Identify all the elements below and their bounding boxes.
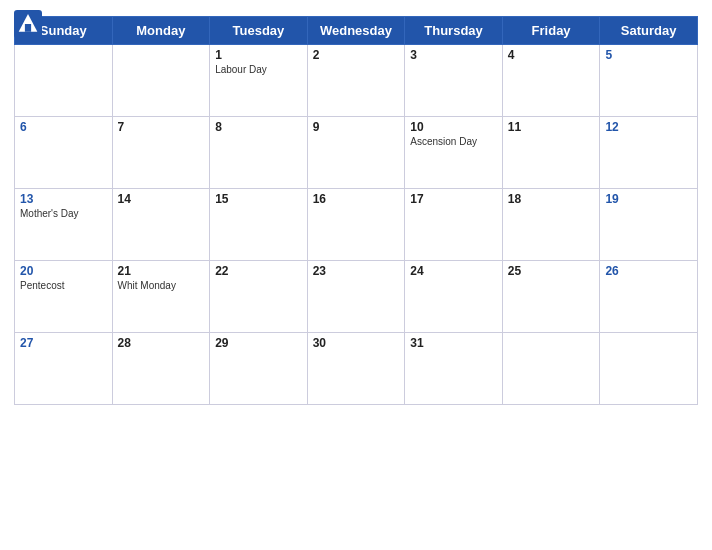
- calendar-cell: 11: [502, 117, 600, 189]
- holiday-name: Pentecost: [20, 280, 107, 291]
- calendar-cell: [112, 45, 210, 117]
- day-number: 25: [508, 264, 595, 278]
- day-number: 1: [215, 48, 302, 62]
- calendar-body: 1Labour Day2345678910Ascension Day111213…: [15, 45, 698, 405]
- calendar-cell: 24: [405, 261, 503, 333]
- calendar-cell: 8: [210, 117, 308, 189]
- calendar-cell: [502, 333, 600, 405]
- day-number: 22: [215, 264, 302, 278]
- holiday-name: Whit Monday: [118, 280, 205, 291]
- calendar-container: SundayMondayTuesdayWednesdayThursdayFrid…: [0, 0, 712, 550]
- generalblue-logo-icon: [14, 10, 42, 38]
- weekday-header-row: SundayMondayTuesdayWednesdayThursdayFrid…: [15, 17, 698, 45]
- calendar-cell: 28: [112, 333, 210, 405]
- calendar-cell: 31: [405, 333, 503, 405]
- calendar-week-row: 2728293031: [15, 333, 698, 405]
- calendar-cell: 15: [210, 189, 308, 261]
- day-number: 9: [313, 120, 400, 134]
- calendar-cell: 2: [307, 45, 405, 117]
- calendar-cell: 30: [307, 333, 405, 405]
- day-number: 15: [215, 192, 302, 206]
- weekday-header-wednesday: Wednesday: [307, 17, 405, 45]
- calendar-cell: 26: [600, 261, 698, 333]
- day-number: 2: [313, 48, 400, 62]
- day-number: 13: [20, 192, 107, 206]
- weekday-header-thursday: Thursday: [405, 17, 503, 45]
- day-number: 20: [20, 264, 107, 278]
- day-number: 23: [313, 264, 400, 278]
- calendar-cell: 4: [502, 45, 600, 117]
- calendar-cell: 3: [405, 45, 503, 117]
- day-number: 4: [508, 48, 595, 62]
- calendar-cell: 22: [210, 261, 308, 333]
- holiday-name: Ascension Day: [410, 136, 497, 147]
- day-number: 11: [508, 120, 595, 134]
- day-number: 3: [410, 48, 497, 62]
- day-number: 27: [20, 336, 107, 350]
- day-number: 26: [605, 264, 692, 278]
- calendar-cell: 7: [112, 117, 210, 189]
- calendar-cell: 19: [600, 189, 698, 261]
- calendar-thead: SundayMondayTuesdayWednesdayThursdayFrid…: [15, 17, 698, 45]
- day-number: 10: [410, 120, 497, 134]
- day-number: 14: [118, 192, 205, 206]
- calendar-week-row: 13Mother's Day141516171819: [15, 189, 698, 261]
- calendar-cell: 5: [600, 45, 698, 117]
- calendar-table: SundayMondayTuesdayWednesdayThursdayFrid…: [14, 16, 698, 405]
- calendar-cell: 29: [210, 333, 308, 405]
- calendar-cell: 27: [15, 333, 113, 405]
- calendar-cell: 17: [405, 189, 503, 261]
- logo-area: [14, 10, 45, 38]
- day-number: 29: [215, 336, 302, 350]
- calendar-cell: 6: [15, 117, 113, 189]
- day-number: 28: [118, 336, 205, 350]
- day-number: 6: [20, 120, 107, 134]
- weekday-header-saturday: Saturday: [600, 17, 698, 45]
- day-number: 24: [410, 264, 497, 278]
- day-number: 21: [118, 264, 205, 278]
- day-number: 17: [410, 192, 497, 206]
- weekday-header-tuesday: Tuesday: [210, 17, 308, 45]
- day-number: 12: [605, 120, 692, 134]
- calendar-week-row: 1Labour Day2345: [15, 45, 698, 117]
- day-number: 5: [605, 48, 692, 62]
- holiday-name: Mother's Day: [20, 208, 107, 219]
- calendar-week-row: 20Pentecost21Whit Monday2223242526: [15, 261, 698, 333]
- calendar-cell: 9: [307, 117, 405, 189]
- holiday-name: Labour Day: [215, 64, 302, 75]
- day-number: 30: [313, 336, 400, 350]
- calendar-cell: 23: [307, 261, 405, 333]
- calendar-cell: 20Pentecost: [15, 261, 113, 333]
- calendar-cell: 10Ascension Day: [405, 117, 503, 189]
- calendar-week-row: 678910Ascension Day1112: [15, 117, 698, 189]
- day-number: 16: [313, 192, 400, 206]
- svg-rect-2: [25, 24, 31, 32]
- day-number: 19: [605, 192, 692, 206]
- weekday-header-friday: Friday: [502, 17, 600, 45]
- calendar-cell: [600, 333, 698, 405]
- calendar-cell: 12: [600, 117, 698, 189]
- calendar-cell: 1Labour Day: [210, 45, 308, 117]
- day-number: 8: [215, 120, 302, 134]
- calendar-cell: 21Whit Monday: [112, 261, 210, 333]
- calendar-cell: 13Mother's Day: [15, 189, 113, 261]
- calendar-cell: 14: [112, 189, 210, 261]
- calendar-cell: 16: [307, 189, 405, 261]
- day-number: 31: [410, 336, 497, 350]
- calendar-cell: 18: [502, 189, 600, 261]
- day-number: 18: [508, 192, 595, 206]
- day-number: 7: [118, 120, 205, 134]
- calendar-cell: [15, 45, 113, 117]
- weekday-header-monday: Monday: [112, 17, 210, 45]
- calendar-cell: 25: [502, 261, 600, 333]
